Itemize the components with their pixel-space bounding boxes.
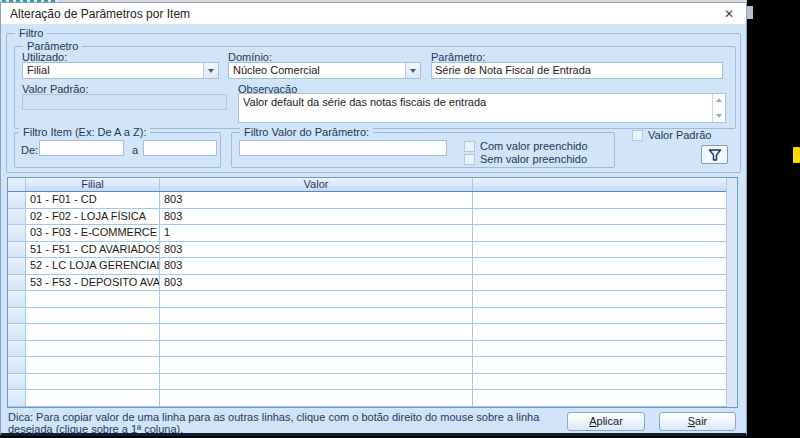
observacao-textarea[interactable]: Valor default da série das notas fiscais… — [238, 93, 726, 123]
extra-cell — [473, 324, 737, 340]
valor-cell: 803 — [160, 275, 473, 291]
table-vertical-scrollbar[interactable] — [726, 178, 737, 407]
dominio-combobox[interactable]: Núcleo Comercial — [228, 62, 421, 79]
filial-cell — [26, 291, 160, 307]
valor-cell — [160, 291, 473, 307]
filtro-valor-input[interactable] — [239, 140, 447, 156]
table-row[interactable]: 52 - LC LOJA GERENCIAL803 — [8, 258, 737, 275]
valor-column-header[interactable]: Valor — [160, 178, 473, 191]
row-selector-cell[interactable] — [8, 341, 26, 357]
extra-cell — [473, 390, 737, 406]
observacao-scrollbar[interactable] — [712, 94, 725, 122]
utilizado-value: Filial — [27, 64, 201, 76]
close-icon[interactable]: ✕ — [721, 6, 737, 22]
extra-cell — [473, 374, 737, 390]
table-row[interactable] — [8, 357, 737, 374]
valor-cell — [160, 357, 473, 373]
valor-cell: 803 — [160, 192, 473, 208]
filter-funnel-icon — [708, 148, 722, 162]
a-label: a — [132, 144, 138, 156]
sair-label-rest: air — [695, 415, 707, 427]
dialog-alteracao-parametros-por-item: Alteração de Parâmetros por Item ✕ Filtr… — [0, 2, 747, 436]
dialog-title: Alteração de Parâmetros por Item — [10, 7, 190, 21]
aplicar-label-rest: plicar — [597, 415, 623, 427]
parametro-field[interactable]: Série de Nota Fiscal de Entrada — [431, 62, 723, 79]
filtro-item-de-input[interactable] — [39, 140, 124, 156]
aplicar-accelerator: A — [589, 415, 596, 427]
row-selector-cell[interactable] — [8, 308, 26, 324]
row-selector-cell[interactable] — [8, 390, 26, 406]
checkbox-box[interactable] — [632, 130, 643, 141]
row-selector-cell[interactable] — [8, 242, 26, 258]
screen-background: Alteração de Parâmetros por Item ✕ Filtr… — [0, 0, 800, 438]
apply-filter-button[interactable] — [701, 145, 728, 164]
filial-cell — [26, 357, 160, 373]
filial-column-header[interactable]: Filial — [26, 178, 160, 191]
row-selector-cell[interactable] — [8, 374, 26, 390]
scroll-down-icon[interactable] — [716, 114, 722, 118]
aplicar-button[interactable]: Aplicar — [567, 412, 645, 431]
table-body: 01 - F01 - CD80302 - F02 - LOJA FÍSICA80… — [8, 192, 737, 407]
checkbox-box[interactable] — [464, 141, 475, 152]
scroll-up-icon[interactable] — [716, 98, 722, 102]
filtro-item-a-input[interactable] — [143, 140, 217, 156]
filial-cell: 02 - F02 - LOJA FÍSICA — [26, 209, 160, 225]
valor-cell: 803 — [160, 209, 473, 225]
sair-button[interactable]: Sair — [659, 412, 736, 431]
de-label: De: — [21, 144, 38, 156]
row-selector-cell[interactable] — [8, 192, 26, 208]
dialog-titlebar[interactable]: Alteração de Parâmetros por Item ✕ — [1, 3, 746, 24]
filial-cell: 53 - F53 - DEPOSITO AVARIADOS — [26, 275, 160, 291]
table-row[interactable] — [8, 308, 737, 325]
table-row[interactable]: 51 - F51 - CD AVARIADOS803 — [8, 242, 737, 259]
extra-cell — [473, 258, 737, 274]
table-row[interactable]: 01 - F01 - CD803 — [8, 192, 737, 209]
row-selector-cell[interactable] — [8, 357, 26, 373]
underlying-window-notch — [747, 6, 753, 19]
extra-cell — [473, 225, 737, 241]
extra-cell — [473, 192, 737, 208]
table-row[interactable]: 03 - F03 - E-COMMERCE1 — [8, 225, 737, 242]
sair-accelerator: S — [688, 415, 695, 427]
filial-cell: 51 - F51 - CD AVARIADOS — [26, 242, 160, 258]
table-row[interactable] — [8, 341, 737, 358]
chevron-down-icon[interactable] — [203, 63, 218, 78]
dominio-value: Núcleo Comercial — [233, 64, 403, 76]
row-selector-cell[interactable] — [8, 258, 26, 274]
chevron-down-icon[interactable] — [405, 63, 420, 78]
table-row[interactable] — [8, 291, 737, 308]
filial-cell — [26, 390, 160, 406]
filial-cell: 03 - F03 - E-COMMERCE — [26, 225, 160, 241]
row-selector-cell[interactable] — [8, 209, 26, 225]
table-row[interactable] — [8, 390, 737, 407]
filtro-valor-groupbox-label: Filtro Valor do Parâmetro: — [240, 126, 373, 138]
filial-cell — [26, 374, 160, 390]
valor-cell — [160, 390, 473, 406]
valor-cell — [160, 374, 473, 390]
valor-padrao-checkbox[interactable]: Valor Padrão — [632, 130, 732, 141]
extra-cell — [473, 308, 737, 324]
filtro-groupbox-label: Filtro — [15, 27, 47, 39]
com-valor-preenchido-checkbox[interactable]: Com valor preenchido — [464, 141, 604, 152]
row-selector-cell[interactable] — [8, 225, 26, 241]
row-selector-cell[interactable] — [8, 291, 26, 307]
filial-cell — [26, 308, 160, 324]
row-selector-cell[interactable] — [8, 324, 26, 340]
filial-cell: 52 - LC LOJA GERENCIAL — [26, 258, 160, 274]
utilizado-combobox[interactable]: Filial — [22, 62, 219, 79]
table-row[interactable] — [8, 374, 737, 391]
sem-valor-preenchido-checkbox[interactable]: Sem valor preenchido — [464, 154, 604, 165]
parameters-table[interactable]: Filial Valor 01 - F01 - CD80302 - F02 - … — [7, 177, 738, 408]
checkbox-label: Valor Padrão — [648, 129, 711, 141]
extra-cell — [473, 275, 737, 291]
valor-cell: 803 — [160, 242, 473, 258]
valor-padrao-field — [22, 94, 227, 110]
table-row[interactable]: 53 - F53 - DEPOSITO AVARIADOS803 — [8, 275, 737, 292]
extra-cell — [473, 209, 737, 225]
row-selector-cell[interactable] — [8, 275, 26, 291]
table-row[interactable] — [8, 324, 737, 341]
checkbox-box[interactable] — [464, 154, 475, 165]
table-row[interactable]: 02 - F02 - LOJA FÍSICA803 — [8, 209, 737, 226]
extra-cell — [473, 341, 737, 357]
extra-cell — [473, 242, 737, 258]
